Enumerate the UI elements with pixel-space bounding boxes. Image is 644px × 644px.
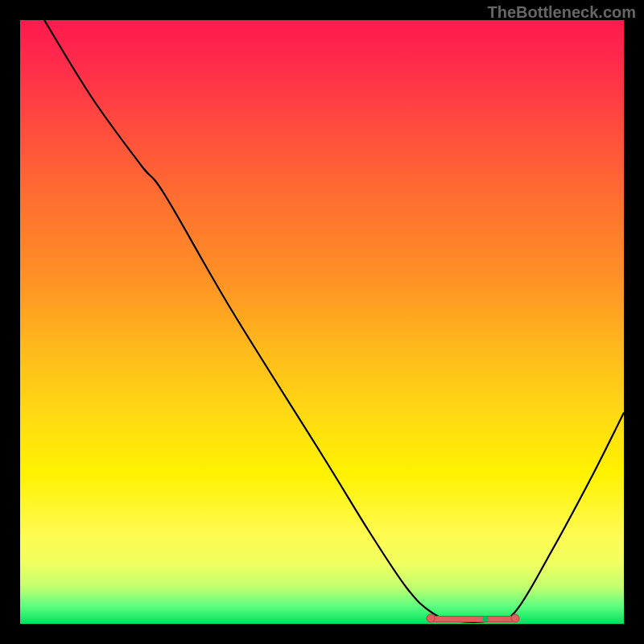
chart-plot-area: [20, 20, 624, 624]
optimal-marker-mid: [483, 617, 489, 622]
bottleneck-curve: [20, 20, 624, 624]
optimal-range-bar: [431, 616, 515, 622]
optimal-marker-0: [427, 613, 436, 622]
watermark-text: TheBottleneck.com: [488, 3, 636, 22]
optimal-marker-1: [511, 613, 520, 622]
